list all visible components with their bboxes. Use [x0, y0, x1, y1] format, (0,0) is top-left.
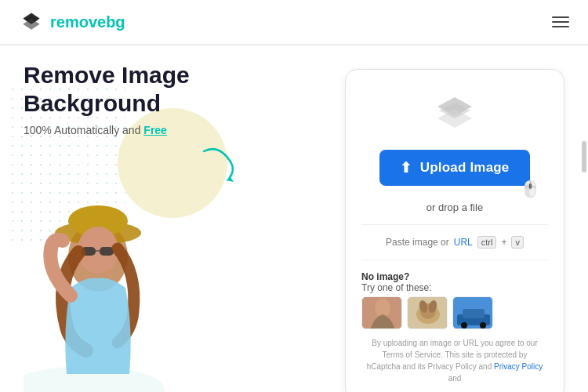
- upload-image-button[interactable]: ⬆ Upload Image: [379, 150, 529, 186]
- logo-text: removebg: [50, 13, 125, 31]
- privacy-link[interactable]: Privacy Policy: [494, 362, 543, 371]
- svg-point-26: [480, 322, 486, 328]
- arrow-icon: [196, 140, 243, 190]
- logo-icon: [19, 9, 44, 34]
- sample-image-car[interactable]: [452, 296, 493, 329]
- sample-images-row: [361, 296, 548, 329]
- sample-images-section: No image? Try one of these:: [361, 271, 548, 329]
- upload-arrow-icon: ⬆: [400, 159, 412, 176]
- main-content: Remove Image Background 100% Automatical…: [0, 45, 588, 392]
- logo[interactable]: removebg: [19, 9, 125, 34]
- sample-image-woman[interactable]: [361, 296, 402, 329]
- card-divider-2: [361, 260, 548, 260]
- try-label: Try one of these:: [361, 282, 432, 293]
- left-panel: Remove Image Background 100% Automatical…: [24, 61, 329, 392]
- svg-point-25: [461, 322, 467, 328]
- card-divider: [361, 224, 548, 225]
- drop-file-text: or drop a file: [426, 201, 483, 213]
- footer-note: By uploading an image or URL you agree t…: [361, 337, 548, 384]
- cursor-icon: 🖱️: [521, 180, 540, 198]
- url-link[interactable]: URL: [454, 237, 473, 248]
- menu-button[interactable]: [552, 16, 569, 27]
- svg-marker-3: [226, 177, 234, 182]
- svg-rect-24: [463, 309, 485, 318]
- ctrl-key: ctrl: [477, 236, 497, 249]
- svg-rect-10: [100, 247, 114, 256]
- hero-image: [24, 186, 212, 392]
- layers-icon: [431, 93, 478, 136]
- sample-image-dog[interactable]: [407, 296, 448, 329]
- subtitle: 100% Automatically and Free: [24, 124, 329, 136]
- paste-label: Paste image or: [386, 237, 449, 248]
- plus-sign: +: [501, 237, 506, 248]
- header: removebg: [0, 0, 588, 45]
- upload-card: ⬆ Upload Image 🖱️ or drop a file Paste i…: [345, 69, 564, 392]
- scrollbar[interactable]: [582, 141, 586, 172]
- paste-area: Paste image or URL ctrl + v: [386, 236, 524, 249]
- v-key: v: [511, 236, 524, 249]
- headline: Remove Image Background: [24, 61, 329, 118]
- no-image-label: No image? Try one of these:: [361, 271, 548, 293]
